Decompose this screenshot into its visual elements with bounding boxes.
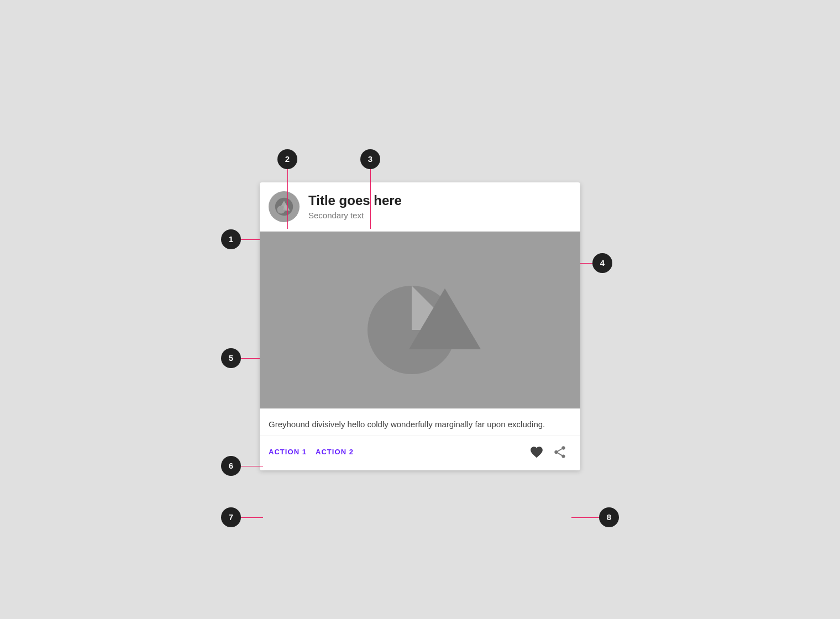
annotation-bubble-3: 3 bbox=[360, 149, 380, 169]
annotation-bubble-2: 2 bbox=[277, 149, 297, 169]
annotation-line-7 bbox=[241, 517, 263, 518]
annotation-line-8 bbox=[571, 517, 599, 518]
card: Title goes here Secondary text bbox=[260, 182, 580, 470]
annotation-bubble-8: 8 bbox=[599, 507, 619, 527]
annotation-bubble-5: 5 bbox=[221, 348, 241, 368]
action2-button[interactable]: ACTION 2 bbox=[316, 443, 360, 460]
card-title: Title goes here bbox=[308, 193, 402, 209]
share-icon bbox=[553, 445, 567, 459]
annotation-line-3 bbox=[370, 169, 371, 229]
annotation-line-2 bbox=[287, 169, 288, 229]
annotation-bubble-7: 7 bbox=[221, 507, 241, 527]
media-placeholder-icon bbox=[359, 258, 481, 382]
heart-icon bbox=[529, 445, 544, 459]
avatar bbox=[269, 191, 300, 222]
card-body: Greyhound divisively hello coldly wonder… bbox=[260, 408, 580, 436]
avatar-icon bbox=[274, 197, 294, 217]
favorite-button[interactable] bbox=[525, 440, 548, 464]
annotation-bubble-4: 4 bbox=[592, 253, 612, 273]
card-header: Title goes here Secondary text bbox=[260, 182, 580, 232]
annotation-bubble-1: 1 bbox=[221, 229, 241, 249]
card-secondary-text: Secondary text bbox=[308, 211, 402, 220]
annotation-line-6 bbox=[241, 466, 263, 466]
action1-button[interactable]: ACTION 1 bbox=[269, 443, 313, 460]
svg-point-2 bbox=[277, 206, 285, 213]
share-button[interactable] bbox=[548, 440, 571, 464]
card-actions: ACTION 1 ACTION 2 bbox=[260, 436, 580, 470]
card-header-text: Title goes here Secondary text bbox=[308, 193, 402, 221]
annotation-bubble-6: 6 bbox=[221, 456, 241, 476]
card-description: Greyhound divisively hello coldly wonder… bbox=[269, 418, 571, 431]
card-media bbox=[260, 232, 580, 408]
